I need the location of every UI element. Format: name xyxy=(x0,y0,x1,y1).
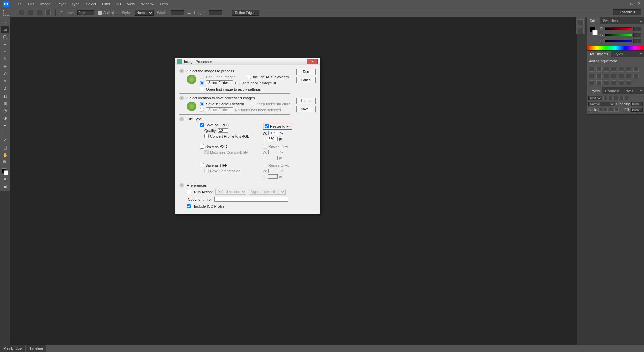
tab-channels[interactable]: Channels xyxy=(602,87,622,94)
panel-color-swatch[interactable] xyxy=(590,27,598,35)
panel-menu-icon[interactable]: ≡ xyxy=(638,52,644,56)
adj-more1-icon[interactable] xyxy=(596,80,602,85)
hand-tool-icon[interactable]: ✋ xyxy=(1,152,9,158)
refine-edge-button[interactable]: Refine Edge... xyxy=(232,10,259,16)
adj-vibrance-icon[interactable] xyxy=(619,67,624,72)
wand-tool-icon[interactable]: ✦ xyxy=(1,41,9,48)
tab-styles[interactable]: Styles xyxy=(611,51,625,57)
r-slider[interactable] xyxy=(605,27,632,30)
quickmask-icon[interactable]: ◙ xyxy=(1,176,9,182)
tab-paths[interactable]: Paths xyxy=(622,87,636,94)
history-brush-tool-icon[interactable]: ↺ xyxy=(1,85,9,92)
quality-input[interactable] xyxy=(218,128,228,133)
type-tool-icon[interactable]: T xyxy=(1,129,9,136)
adj-invert-icon[interactable] xyxy=(611,74,616,78)
brush-tool-icon[interactable]: 🖌 xyxy=(1,70,9,77)
b-slider[interactable] xyxy=(605,40,632,42)
feather-input[interactable] xyxy=(77,10,94,15)
menu-view[interactable]: View xyxy=(124,2,138,6)
color-ramp[interactable] xyxy=(587,46,644,50)
selection-mode-add-icon[interactable] xyxy=(28,10,33,15)
adj-exposure-icon[interactable] xyxy=(611,67,616,72)
save-jpeg-checkbox[interactable] xyxy=(200,123,204,127)
blend-mode-select[interactable]: Normal xyxy=(588,102,615,106)
adj-more5-icon[interactable] xyxy=(626,80,631,85)
layer-kind-select[interactable]: Kind xyxy=(588,96,602,100)
menu-layer[interactable]: Layer xyxy=(53,2,69,6)
save-tiff-checkbox[interactable] xyxy=(200,163,204,167)
selection-mode-subtract-icon[interactable] xyxy=(37,10,42,15)
history-panel-icon[interactable] xyxy=(578,19,584,25)
adj-threshold-icon[interactable] xyxy=(626,74,631,78)
save-psd-checkbox[interactable] xyxy=(200,144,204,149)
screenmode-icon[interactable]: ▣ xyxy=(1,183,9,190)
panel-menu-icon[interactable]: ≡ xyxy=(638,89,644,93)
filter-shape-icon[interactable] xyxy=(620,96,624,100)
menu-filter[interactable]: Filter xyxy=(99,2,113,6)
adj-photo-icon[interactable] xyxy=(589,74,594,78)
marquee-tool-icon[interactable]: ▭ xyxy=(1,26,9,33)
tab-color[interactable]: Color xyxy=(587,17,600,24)
heal-tool-icon[interactable]: ✚ xyxy=(1,63,9,70)
adj-poster-icon[interactable] xyxy=(619,74,624,78)
adj-hue-icon[interactable] xyxy=(626,67,631,72)
jpeg-width-input[interactable] xyxy=(268,131,278,135)
load-button[interactable]: Load... xyxy=(296,98,316,104)
filter-smart-icon[interactable] xyxy=(625,96,629,100)
selection-mode-new-icon[interactable] xyxy=(19,10,24,15)
menu-image[interactable]: Image xyxy=(37,2,54,6)
menu-file[interactable]: File xyxy=(13,2,25,6)
adj-more3-icon[interactable] xyxy=(611,80,616,85)
window-close-icon[interactable]: ✕ xyxy=(636,1,642,6)
dodge-tool-icon[interactable]: ◑ xyxy=(1,115,9,121)
adj-gradmap-icon[interactable] xyxy=(633,74,639,78)
shape-tool-icon[interactable]: ▢ xyxy=(1,144,9,151)
b-value[interactable]: 0 xyxy=(633,39,641,43)
eraser-tool-icon[interactable]: ◧ xyxy=(1,93,9,99)
panel-menu-icon[interactable]: ≡ xyxy=(638,19,644,23)
adj-more2-icon[interactable] xyxy=(604,80,609,85)
workspace-switcher[interactable]: Essentials xyxy=(613,9,641,15)
lock-trans-icon[interactable] xyxy=(598,108,602,112)
zoom-tool-icon[interactable]: 🔍 xyxy=(1,159,9,166)
r-value[interactable]: 0 xyxy=(633,27,641,31)
tab-layers[interactable]: Layers xyxy=(587,87,602,94)
menu-select[interactable]: Select xyxy=(83,2,99,6)
adj-lookup-icon[interactable] xyxy=(604,74,609,78)
fill-input[interactable] xyxy=(631,108,643,112)
same-location-radio[interactable] xyxy=(200,102,204,106)
open-first-checkbox[interactable] xyxy=(200,87,204,91)
filter-adj-icon[interactable] xyxy=(609,96,613,100)
tab-timeline[interactable]: Timeline xyxy=(26,345,46,352)
filter-pixel-icon[interactable] xyxy=(603,96,607,100)
eyedropper-tool-icon[interactable]: ✎ xyxy=(1,56,9,62)
tab-adjustments[interactable]: Adjustments xyxy=(587,51,611,57)
adj-curves-icon[interactable] xyxy=(604,67,609,72)
filter-type-icon[interactable] xyxy=(614,96,618,100)
path-tool-icon[interactable]: ↗ xyxy=(1,137,9,143)
opacity-input[interactable] xyxy=(631,102,643,106)
stamp-tool-icon[interactable]: ⧈ xyxy=(1,78,9,84)
pen-tool-icon[interactable]: ✒ xyxy=(1,122,9,129)
menu-type[interactable]: Type xyxy=(69,2,83,6)
include-subfolders-checkbox[interactable] xyxy=(247,75,251,79)
color-swatch[interactable] xyxy=(2,168,8,175)
cancel-button[interactable]: Cancel xyxy=(296,77,316,83)
style-select[interactable]: Normal xyxy=(135,10,154,16)
save-button[interactable]: Save... xyxy=(296,106,316,112)
run-action-checkbox[interactable] xyxy=(187,190,191,194)
window-maximize-icon[interactable]: ▭ xyxy=(629,1,635,6)
gradient-tool-icon[interactable]: ▥ xyxy=(1,100,9,107)
menu-edit[interactable]: Edit xyxy=(25,2,37,6)
lock-pixel-icon[interactable] xyxy=(604,108,608,112)
select-folder-radio[interactable] xyxy=(200,81,204,85)
adj-more4-icon[interactable] xyxy=(619,80,624,85)
blur-tool-icon[interactable]: ◔ xyxy=(1,107,9,114)
jpeg-resize-checkbox[interactable] xyxy=(265,124,269,128)
window-minimize-icon[interactable]: — xyxy=(621,1,627,6)
select-folder-button[interactable]: Select Folder... xyxy=(206,80,233,85)
menu-3d[interactable]: 3D xyxy=(113,2,124,6)
g-value[interactable]: 0 xyxy=(633,33,641,37)
move-tool-icon[interactable]: ↔ xyxy=(1,19,9,25)
menu-help[interactable]: Help xyxy=(157,2,171,6)
